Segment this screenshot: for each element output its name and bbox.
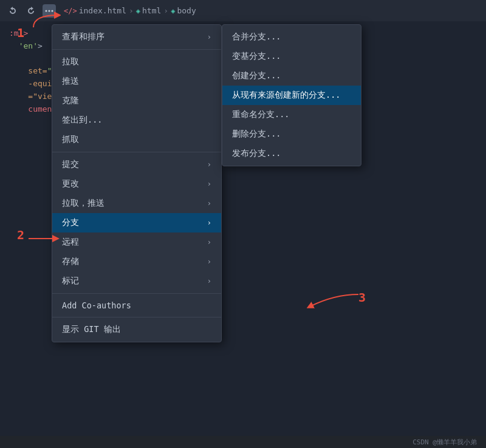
menu-label-checkout: 签出到...: [62, 115, 102, 126]
menu-item-stash[interactable]: 存储 ›: [52, 252, 221, 271]
menu-item-remote[interactable]: 远程 ›: [52, 232, 221, 252]
submenu-item-delete[interactable]: 删除分支...: [222, 124, 361, 144]
menu-item-checkout[interactable]: 签出到...: [52, 110, 221, 130]
breadcrumb-file: </> index.html: [64, 6, 126, 15]
submenu-label-rebase: 变基分支...: [232, 51, 281, 62]
breadcrumb: </> index.html › ◈ html › ◈ body: [64, 6, 196, 15]
menu-label-tag: 标记: [62, 276, 79, 287]
breadcrumb-sep-1: ›: [129, 6, 134, 15]
submenu-label-delete: 删除分支...: [232, 129, 281, 140]
top-bar: </> index.html › ◈ html › ◈ body: [0, 0, 486, 21]
menu-item-changes[interactable]: 更改 ›: [52, 174, 221, 194]
menu-item-push[interactable]: 推送: [52, 72, 221, 91]
breadcrumb-html-label[interactable]: html: [142, 6, 161, 15]
menu-label-push: 推送: [62, 76, 79, 87]
annotation-2: 2: [17, 228, 24, 242]
menu-label-git-output: 显示 GIT 输出: [62, 324, 121, 335]
chevron-right-remote: ›: [207, 238, 211, 246]
arrow-3: [298, 291, 364, 316]
menu-label-branch: 分支: [62, 217, 79, 228]
menu-item-pull-push[interactable]: 拉取，推送 ›: [52, 194, 221, 213]
chevron-right-icon: ›: [207, 33, 211, 41]
breadcrumb-body: ◈ body: [171, 6, 196, 15]
chevron-right-commit: ›: [207, 160, 211, 169]
status-bar: CSDN @懒羊羊我小弟: [0, 436, 486, 448]
submenu-item-merge[interactable]: 合并分支...: [222, 27, 361, 47]
breadcrumb-html: ◈ html: [136, 6, 162, 15]
menu-label-view-sort: 查看和排序: [62, 32, 104, 42]
menu-label-stash: 存储: [62, 256, 79, 267]
menu-divider-1: [52, 49, 221, 50]
submenu-item-publish[interactable]: 发布分支...: [222, 144, 361, 163]
menu-label-fetch: 抓取: [62, 134, 79, 145]
submenu-item-create-from[interactable]: 从现有来源创建新的分支...: [222, 86, 361, 105]
menu-divider-4: [52, 317, 221, 317]
menu-label-changes: 更改: [62, 178, 79, 189]
submenu-label-merge: 合并分支...: [232, 32, 281, 42]
breadcrumb-sep-2: ›: [163, 6, 168, 15]
menu-label-coauthors: Add Co-authors: [62, 300, 131, 310]
menu-label-clone: 克隆: [62, 95, 79, 106]
arrow-1: [24, 9, 61, 33]
submenu-item-rebase[interactable]: 变基分支...: [222, 47, 361, 66]
breadcrumb-body-label[interactable]: body: [177, 6, 196, 15]
submenu-label-rename: 重命名分支...: [232, 109, 289, 120]
menu-item-commit[interactable]: 提交 ›: [52, 155, 221, 174]
menu-item-fetch[interactable]: 抓取: [52, 130, 221, 149]
sub-menu-branch: 合并分支... 变基分支... 创建分支... 从现有来源创建新的分支... 重…: [222, 24, 361, 166]
menu-item-clone[interactable]: 克隆: [52, 91, 221, 110]
main-menu: 查看和排序 › 拉取 推送 克隆 签出到... 抓取 提交 › 更改 › 拉取，…: [52, 24, 222, 342]
code-icon: </>: [64, 7, 77, 15]
chevron-right-stash: ›: [207, 257, 211, 266]
status-text: CSDN @懒羊羊我小弟: [412, 438, 477, 447]
submenu-item-create[interactable]: 创建分支...: [222, 66, 361, 86]
menu-divider-3: [52, 293, 221, 294]
menu-label-remote: 远程: [62, 237, 79, 248]
menu-item-view-sort[interactable]: 查看和排序 ›: [52, 27, 221, 47]
menu-label-pull: 拉取: [62, 56, 79, 67]
submenu-label-publish: 发布分支...: [232, 148, 281, 159]
submenu-label-create-from: 从现有来源创建新的分支...: [232, 90, 340, 101]
chevron-right-changes: ›: [207, 180, 211, 188]
menu-label-commit: 提交: [62, 159, 79, 170]
chevron-right-tag: ›: [207, 277, 211, 285]
html-tag-icon: ◈: [136, 7, 140, 15]
menu-item-branch[interactable]: 分支 ›: [52, 213, 221, 232]
menu-item-tag[interactable]: 标记 ›: [52, 271, 221, 291]
submenu-item-rename[interactable]: 重命名分支...: [222, 105, 361, 124]
submenu-label-create: 创建分支...: [232, 70, 281, 81]
menu-item-coauthors[interactable]: Add Co-authors: [52, 296, 221, 314]
chevron-right-pull-push: ›: [207, 199, 211, 208]
undo-button[interactable]: [6, 4, 19, 18]
menu-item-git-output[interactable]: 显示 GIT 输出: [52, 320, 221, 339]
arrow-2: [26, 229, 62, 248]
menu-divider-2: [52, 152, 221, 152]
menu-item-pull[interactable]: 拉取: [52, 52, 221, 72]
body-tag-icon: ◈: [171, 7, 175, 15]
chevron-right-branch: ›: [207, 219, 211, 227]
annotation-1: 1: [17, 25, 24, 40]
breadcrumb-filename[interactable]: index.html: [79, 6, 126, 15]
menu-label-pull-push: 拉取，推送: [62, 198, 104, 209]
